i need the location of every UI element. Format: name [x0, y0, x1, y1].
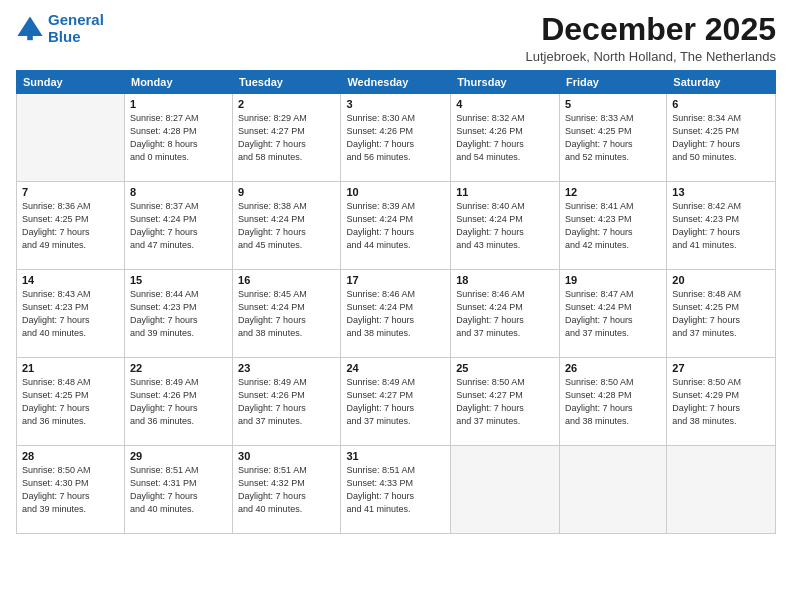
logo-icon [16, 15, 44, 43]
day-info: Sunrise: 8:49 AMSunset: 4:26 PMDaylight:… [238, 376, 335, 428]
subtitle: Lutjebroek, North Holland, The Netherlan… [525, 49, 776, 64]
calendar-week-2: 14Sunrise: 8:43 AMSunset: 4:23 PMDayligh… [17, 270, 776, 358]
svg-marker-0 [17, 16, 42, 36]
day-number: 7 [22, 186, 119, 198]
day-info: Sunrise: 8:29 AMSunset: 4:27 PMDaylight:… [238, 112, 335, 164]
day-info: Sunrise: 8:32 AMSunset: 4:26 PMDaylight:… [456, 112, 554, 164]
month-title: December 2025 [525, 12, 776, 47]
header-sunday: Sunday [17, 71, 125, 94]
calendar-cell [667, 446, 776, 534]
day-number: 12 [565, 186, 661, 198]
day-number: 6 [672, 98, 770, 110]
calendar-cell: 21Sunrise: 8:48 AMSunset: 4:25 PMDayligh… [17, 358, 125, 446]
day-info: Sunrise: 8:49 AMSunset: 4:26 PMDaylight:… [130, 376, 227, 428]
calendar-cell: 30Sunrise: 8:51 AMSunset: 4:32 PMDayligh… [233, 446, 341, 534]
svg-rect-1 [27, 34, 33, 40]
day-number: 14 [22, 274, 119, 286]
calendar-cell: 12Sunrise: 8:41 AMSunset: 4:23 PMDayligh… [559, 182, 666, 270]
calendar-cell: 3Sunrise: 8:30 AMSunset: 4:26 PMDaylight… [341, 94, 451, 182]
calendar-cell: 19Sunrise: 8:47 AMSunset: 4:24 PMDayligh… [559, 270, 666, 358]
day-info: Sunrise: 8:43 AMSunset: 4:23 PMDaylight:… [22, 288, 119, 340]
day-number: 19 [565, 274, 661, 286]
calendar-cell: 28Sunrise: 8:50 AMSunset: 4:30 PMDayligh… [17, 446, 125, 534]
day-info: Sunrise: 8:50 AMSunset: 4:28 PMDaylight:… [565, 376, 661, 428]
calendar-cell [559, 446, 666, 534]
day-number: 25 [456, 362, 554, 374]
calendar-cell: 2Sunrise: 8:29 AMSunset: 4:27 PMDaylight… [233, 94, 341, 182]
day-info: Sunrise: 8:30 AMSunset: 4:26 PMDaylight:… [346, 112, 445, 164]
day-number: 29 [130, 450, 227, 462]
calendar-cell: 7Sunrise: 8:36 AMSunset: 4:25 PMDaylight… [17, 182, 125, 270]
calendar-cell: 1Sunrise: 8:27 AMSunset: 4:28 PMDaylight… [124, 94, 232, 182]
calendar-week-0: 1Sunrise: 8:27 AMSunset: 4:28 PMDaylight… [17, 94, 776, 182]
day-number: 20 [672, 274, 770, 286]
day-info: Sunrise: 8:40 AMSunset: 4:24 PMDaylight:… [456, 200, 554, 252]
day-number: 4 [456, 98, 554, 110]
header-thursday: Thursday [451, 71, 560, 94]
calendar-cell: 10Sunrise: 8:39 AMSunset: 4:24 PMDayligh… [341, 182, 451, 270]
day-info: Sunrise: 8:33 AMSunset: 4:25 PMDaylight:… [565, 112, 661, 164]
header: General Blue December 2025 Lutjebroek, N… [16, 12, 776, 64]
day-info: Sunrise: 8:44 AMSunset: 4:23 PMDaylight:… [130, 288, 227, 340]
calendar-cell: 16Sunrise: 8:45 AMSunset: 4:24 PMDayligh… [233, 270, 341, 358]
header-saturday: Saturday [667, 71, 776, 94]
calendar-cell: 27Sunrise: 8:50 AMSunset: 4:29 PMDayligh… [667, 358, 776, 446]
day-info: Sunrise: 8:39 AMSunset: 4:24 PMDaylight:… [346, 200, 445, 252]
calendar-week-1: 7Sunrise: 8:36 AMSunset: 4:25 PMDaylight… [17, 182, 776, 270]
day-number: 22 [130, 362, 227, 374]
day-number: 8 [130, 186, 227, 198]
calendar-cell [17, 94, 125, 182]
day-number: 31 [346, 450, 445, 462]
day-number: 24 [346, 362, 445, 374]
logo: General Blue [16, 12, 104, 45]
day-info: Sunrise: 8:50 AMSunset: 4:29 PMDaylight:… [672, 376, 770, 428]
day-info: Sunrise: 8:49 AMSunset: 4:27 PMDaylight:… [346, 376, 445, 428]
day-info: Sunrise: 8:34 AMSunset: 4:25 PMDaylight:… [672, 112, 770, 164]
day-number: 21 [22, 362, 119, 374]
logo-line2: Blue [48, 28, 81, 45]
header-friday: Friday [559, 71, 666, 94]
day-info: Sunrise: 8:51 AMSunset: 4:32 PMDaylight:… [238, 464, 335, 516]
day-number: 18 [456, 274, 554, 286]
calendar-cell [451, 446, 560, 534]
calendar-cell: 13Sunrise: 8:42 AMSunset: 4:23 PMDayligh… [667, 182, 776, 270]
calendar-cell: 15Sunrise: 8:44 AMSunset: 4:23 PMDayligh… [124, 270, 232, 358]
header-monday: Monday [124, 71, 232, 94]
calendar-cell: 22Sunrise: 8:49 AMSunset: 4:26 PMDayligh… [124, 358, 232, 446]
day-number: 9 [238, 186, 335, 198]
day-info: Sunrise: 8:42 AMSunset: 4:23 PMDaylight:… [672, 200, 770, 252]
day-number: 16 [238, 274, 335, 286]
calendar-cell: 29Sunrise: 8:51 AMSunset: 4:31 PMDayligh… [124, 446, 232, 534]
day-info: Sunrise: 8:41 AMSunset: 4:23 PMDaylight:… [565, 200, 661, 252]
day-info: Sunrise: 8:46 AMSunset: 4:24 PMDaylight:… [346, 288, 445, 340]
day-info: Sunrise: 8:51 AMSunset: 4:31 PMDaylight:… [130, 464, 227, 516]
day-number: 28 [22, 450, 119, 462]
day-number: 1 [130, 98, 227, 110]
calendar-cell: 31Sunrise: 8:51 AMSunset: 4:33 PMDayligh… [341, 446, 451, 534]
day-info: Sunrise: 8:48 AMSunset: 4:25 PMDaylight:… [672, 288, 770, 340]
calendar-cell: 24Sunrise: 8:49 AMSunset: 4:27 PMDayligh… [341, 358, 451, 446]
day-info: Sunrise: 8:38 AMSunset: 4:24 PMDaylight:… [238, 200, 335, 252]
day-info: Sunrise: 8:50 AMSunset: 4:30 PMDaylight:… [22, 464, 119, 516]
calendar-table: Sunday Monday Tuesday Wednesday Thursday… [16, 70, 776, 534]
day-number: 26 [565, 362, 661, 374]
day-number: 27 [672, 362, 770, 374]
calendar-cell: 17Sunrise: 8:46 AMSunset: 4:24 PMDayligh… [341, 270, 451, 358]
day-info: Sunrise: 8:46 AMSunset: 4:24 PMDaylight:… [456, 288, 554, 340]
calendar-week-4: 28Sunrise: 8:50 AMSunset: 4:30 PMDayligh… [17, 446, 776, 534]
calendar-cell: 11Sunrise: 8:40 AMSunset: 4:24 PMDayligh… [451, 182, 560, 270]
day-number: 5 [565, 98, 661, 110]
calendar-week-3: 21Sunrise: 8:48 AMSunset: 4:25 PMDayligh… [17, 358, 776, 446]
day-info: Sunrise: 8:27 AMSunset: 4:28 PMDaylight:… [130, 112, 227, 164]
calendar-cell: 14Sunrise: 8:43 AMSunset: 4:23 PMDayligh… [17, 270, 125, 358]
day-info: Sunrise: 8:36 AMSunset: 4:25 PMDaylight:… [22, 200, 119, 252]
day-number: 10 [346, 186, 445, 198]
day-number: 15 [130, 274, 227, 286]
logo-line1: General [48, 11, 104, 28]
day-number: 13 [672, 186, 770, 198]
calendar-cell: 23Sunrise: 8:49 AMSunset: 4:26 PMDayligh… [233, 358, 341, 446]
day-info: Sunrise: 8:48 AMSunset: 4:25 PMDaylight:… [22, 376, 119, 428]
calendar-cell: 9Sunrise: 8:38 AMSunset: 4:24 PMDaylight… [233, 182, 341, 270]
calendar-cell: 6Sunrise: 8:34 AMSunset: 4:25 PMDaylight… [667, 94, 776, 182]
day-info: Sunrise: 8:47 AMSunset: 4:24 PMDaylight:… [565, 288, 661, 340]
